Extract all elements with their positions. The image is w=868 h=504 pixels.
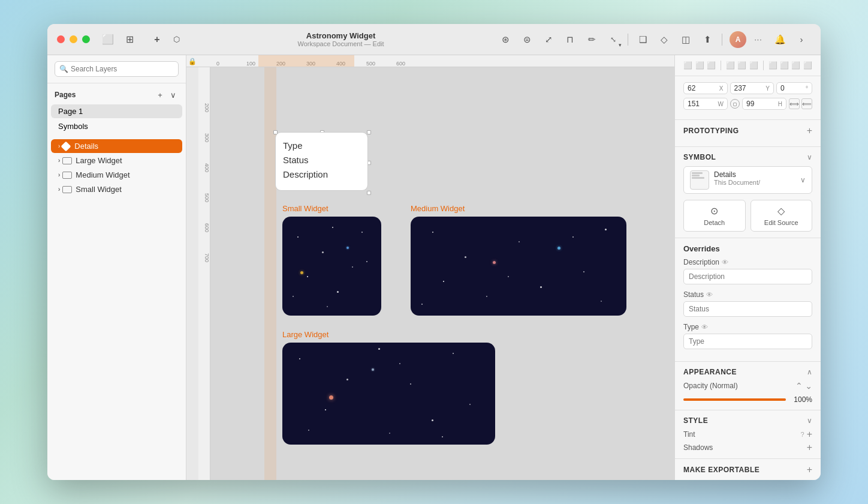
opacity-up-icon[interactable]: ⌃ <box>795 381 803 391</box>
overrides-header: Overrides <box>683 244 812 253</box>
status-eye-icon[interactable]: 👁 <box>706 291 713 298</box>
main-content: 🔍 Pages + ∨ Page 1 Symbols › Details <box>47 55 821 480</box>
symbol-info: Details This Document/ <box>690 170 760 190</box>
description-input[interactable] <box>683 269 812 284</box>
tint-row: Tint ? + <box>683 430 812 439</box>
style-section: STYLE ∨ Tint ? + Shadows + <box>675 410 821 459</box>
align-right-icon[interactable]: ⬜ <box>707 59 716 72</box>
lock-proportions-icon[interactable] <box>730 99 740 109</box>
details-box[interactable]: Type Status Description <box>275 132 368 191</box>
distribute-h-icon[interactable]: ⬜ <box>768 59 777 72</box>
crop-icon[interactable]: ⤡▾ <box>604 30 623 49</box>
flip-v-icon[interactable]: ⟸ <box>801 98 812 109</box>
handle-br[interactable] <box>367 191 371 195</box>
appearance-toggle[interactable]: ∧ <box>807 368 812 376</box>
prototyping-add-button[interactable]: + <box>807 126 812 136</box>
page-item-1[interactable]: Page 1 <box>51 104 182 118</box>
expand-icon[interactable]: › <box>792 30 811 49</box>
canvas-content[interactable]: 200 300 400 500 600 700 <box>198 67 674 480</box>
large-widget-canvas[interactable] <box>282 343 495 445</box>
description-label: Description <box>683 258 719 266</box>
symbol-toggle[interactable]: ∨ <box>807 153 812 161</box>
star <box>572 236 574 238</box>
home-icon[interactable]: ⬡ <box>167 30 186 49</box>
large-widget-section: Large Widget <box>282 330 495 445</box>
layer-small-widget[interactable]: › Small Widget <box>51 182 182 196</box>
layers-icon[interactable]: ◫ <box>676 30 695 49</box>
add-page-button[interactable]: + <box>155 89 165 100</box>
w-field[interactable]: 151 W <box>683 98 728 110</box>
search-input[interactable] <box>55 61 179 77</box>
star <box>378 348 380 350</box>
tint-add-button[interactable]: + <box>807 430 812 439</box>
add-button[interactable]: + <box>147 30 167 49</box>
export-icon[interactable]: ⬆ <box>698 30 717 49</box>
align-left-icon[interactable]: ⬜ <box>683 59 692 72</box>
shadows-add-button[interactable]: + <box>807 443 812 452</box>
x-value: 62 <box>688 84 717 92</box>
notifications-icon[interactable]: 🔔 <box>770 30 789 49</box>
layer-large-widget[interactable]: › Large Widget <box>51 154 182 167</box>
style-toggle[interactable]: ∨ <box>807 416 812 425</box>
pages-icon[interactable]: ❑ <box>633 30 652 49</box>
star <box>352 266 353 268</box>
layer-details[interactable]: › Details <box>51 139 182 153</box>
grid-view-icon[interactable]: ⊞ <box>121 31 138 48</box>
page-item-symbols[interactable]: Symbols <box>51 119 182 133</box>
y-field[interactable]: 237 Y <box>730 82 774 94</box>
distribute-v-icon[interactable]: ⬜ <box>780 59 789 72</box>
type-input[interactable] <box>683 334 812 349</box>
small-widget-canvas[interactable] <box>282 217 381 316</box>
app-subtitle: Workspace Document — Edit <box>297 40 384 47</box>
tint-help-icon[interactable]: ? <box>801 431 804 438</box>
distribute-icon[interactable]: ⊜ <box>517 30 537 49</box>
status-input[interactable] <box>683 301 812 317</box>
status-label-row: Status 👁 <box>683 290 812 299</box>
align-bottom-icon[interactable]: ⬜ <box>749 59 758 72</box>
space-v-icon[interactable]: ⬜ <box>803 59 812 72</box>
more-icon[interactable]: ··· <box>749 30 768 49</box>
opacity-down-icon[interactable]: ⌃ <box>805 381 812 391</box>
wh-row: 151 W 99 H ⟺ ⟸ <box>683 98 812 110</box>
flip-h-icon[interactable]: ⟺ <box>789 98 800 109</box>
make-exportable-add-button[interactable]: + <box>807 465 812 475</box>
opacity-slider-row: 100% <box>683 395 812 404</box>
star <box>337 291 339 293</box>
align-center-v-icon[interactable]: ⬜ <box>737 59 746 72</box>
description-eye-icon[interactable]: 👁 <box>722 259 728 266</box>
canvas-inner[interactable]: Type Status Description Small Widget <box>210 67 674 480</box>
rotation-field[interactable]: 0 ° <box>776 82 812 94</box>
canvas-area[interactable]: 🔒 0 100 200 300 400 500 600 200 300 <box>186 55 674 480</box>
mask-icon[interactable]: ⊓ <box>560 30 580 49</box>
h-field[interactable]: 99 H <box>742 98 786 110</box>
medium-widget-canvas[interactable] <box>411 217 626 316</box>
resize-icon[interactable]: ⤢ <box>539 30 558 49</box>
space-h-icon[interactable]: ⬜ <box>791 59 800 72</box>
avatar[interactable]: A <box>730 31 746 48</box>
type-eye-icon[interactable]: 👁 <box>701 323 708 331</box>
symbols-icon[interactable]: ◇ <box>655 30 674 49</box>
symbol-title: SYMBOL <box>683 153 716 161</box>
edit-source-button[interactable]: ◇ Edit Source <box>751 200 813 232</box>
sidebar-toggle-icon[interactable]: ⬜ <box>100 31 116 48</box>
details-selection-container[interactable]: Type Status Description <box>275 132 369 193</box>
layers-section: › Details › Large Widget › Medium Widget <box>47 134 186 202</box>
minimize-button[interactable] <box>70 35 77 43</box>
align-icon[interactable]: ⊛ <box>496 30 515 49</box>
align-center-h-icon[interactable]: ⬜ <box>695 59 704 72</box>
close-button[interactable] <box>57 35 65 43</box>
x-field[interactable]: 62 X <box>683 82 728 94</box>
align-top-icon[interactable]: ⬜ <box>726 59 735 72</box>
small-widget-label: Small Widget <box>282 204 381 213</box>
app-window: ⬜ ⊞ + ⬡ Astronomy Widget Workspace Docum… <box>47 24 821 480</box>
maximize-button[interactable] <box>82 35 90 43</box>
detach-button[interactable]: ⊙ Detach <box>683 200 746 232</box>
tint-actions: ? + <box>801 430 812 439</box>
opacity-slider[interactable] <box>683 398 786 401</box>
ruler-left-400: 400 <box>198 163 210 193</box>
handle-tr[interactable] <box>367 130 371 134</box>
layer-medium-widget[interactable]: › Medium Widget <box>51 168 182 182</box>
symbol-selector[interactable]: Details This Document/ ∨ <box>683 166 812 194</box>
pages-chevron[interactable]: ∨ <box>168 89 179 100</box>
pen-icon[interactable]: ✏ <box>582 30 601 49</box>
